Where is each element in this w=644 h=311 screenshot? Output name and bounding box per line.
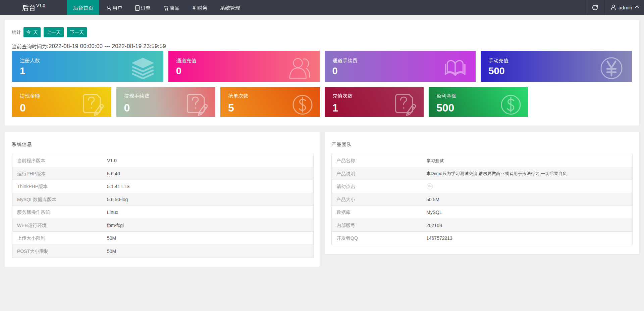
- svg-text:404: 404: [428, 185, 432, 188]
